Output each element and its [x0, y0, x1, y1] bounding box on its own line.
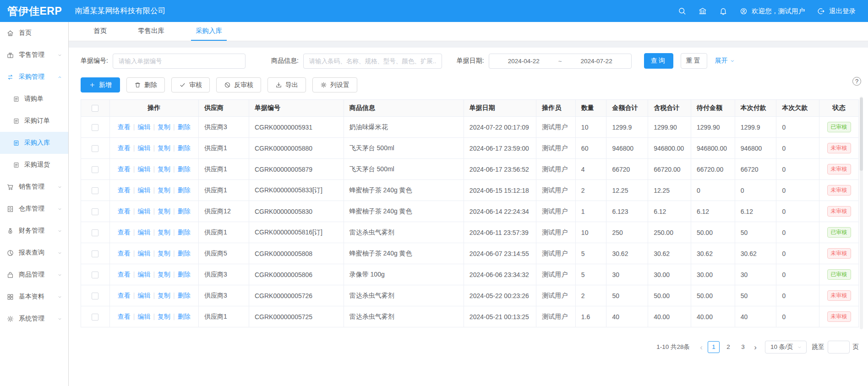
sidebar-item-retail[interactable]: 零售管理: [0, 44, 68, 66]
row-checkbox[interactable]: [92, 314, 98, 321]
sidebar-item-purchase[interactable]: 采购管理: [0, 66, 68, 88]
search-icon[interactable]: [678, 7, 686, 15]
tab-retail-outbound[interactable]: 零售出库: [133, 22, 169, 41]
edit-link[interactable]: 编辑: [137, 250, 150, 257]
tab-purchase-inbound[interactable]: 采购入库: [191, 22, 227, 41]
sidebar-item-warehouse[interactable]: 仓库管理: [0, 198, 68, 220]
page-number-2[interactable]: 2: [722, 341, 734, 353]
sidebar-item-purchase-request[interactable]: 请购单: [0, 88, 68, 110]
copy-link[interactable]: 复制: [158, 165, 170, 173]
expand-toggle[interactable]: 展开: [715, 57, 735, 65]
row-checkbox[interactable]: [92, 229, 98, 236]
view-link[interactable]: 查看: [118, 271, 131, 278]
delete-link[interactable]: 删除: [178, 292, 191, 299]
delete-link[interactable]: 删除: [178, 165, 191, 173]
sidebar-item-system[interactable]: 系统管理: [0, 308, 68, 330]
bell-icon[interactable]: [719, 7, 727, 15]
sidebar-item-finance[interactable]: 财务管理: [0, 220, 68, 242]
view-link[interactable]: 查看: [118, 186, 131, 194]
audit-button[interactable]: 审核: [171, 77, 210, 92]
goods-info-input[interactable]: [303, 54, 442, 69]
page-size-select[interactable]: 10 条/页: [765, 341, 807, 353]
row-checkbox[interactable]: [92, 166, 98, 173]
table-scrollbar[interactable]: [860, 97, 863, 329]
row-checkbox[interactable]: [92, 250, 98, 257]
welcome-user[interactable]: 欢迎您，测试用户: [740, 7, 805, 16]
page-number-3[interactable]: 3: [737, 341, 749, 353]
jump-page-input[interactable]: [828, 341, 850, 353]
copy-link[interactable]: 复制: [158, 292, 170, 299]
link-separator: |: [153, 250, 155, 257]
row-checkbox[interactable]: [92, 145, 98, 152]
delete-button[interactable]: 删除: [126, 77, 165, 92]
sidebar-item-purchase-inbound[interactable]: 采购入库: [0, 132, 68, 154]
row-checkbox[interactable]: [92, 293, 98, 299]
unaudit-button[interactable]: 反审核: [216, 77, 261, 92]
search-button[interactable]: 查询: [644, 53, 673, 69]
page-number-1[interactable]: 1: [708, 341, 720, 353]
scrollbar-thumb[interactable]: [860, 98, 863, 171]
bank-icon[interactable]: [699, 7, 707, 15]
row-checkbox[interactable]: [92, 124, 98, 131]
delete-link[interactable]: 删除: [178, 144, 191, 152]
view-link[interactable]: 查看: [118, 165, 131, 173]
edit-link[interactable]: 编辑: [137, 123, 150, 130]
user-circle-icon: [740, 7, 748, 15]
edit-link[interactable]: 编辑: [137, 292, 150, 299]
edit-link[interactable]: 编辑: [137, 186, 150, 194]
sidebar-item-report[interactable]: 报表查询: [0, 242, 68, 264]
tab-home[interactable]: 首页: [89, 22, 111, 41]
logout-button[interactable]: 退出登录: [817, 7, 856, 16]
view-link[interactable]: 查看: [118, 250, 131, 257]
app-logo[interactable]: 管伊佳ERP: [7, 4, 62, 18]
edit-link[interactable]: 编辑: [137, 144, 150, 152]
copy-link[interactable]: 复制: [158, 123, 170, 130]
prev-page-button[interactable]: ‹: [696, 343, 706, 351]
add-button[interactable]: 新增: [81, 77, 120, 92]
delete-link[interactable]: 删除: [178, 123, 191, 130]
amount-cell: 40: [606, 306, 648, 327]
view-link[interactable]: 查看: [118, 313, 131, 320]
edit-link[interactable]: 编辑: [137, 313, 150, 320]
help-icon[interactable]: ?: [852, 77, 861, 86]
bill-no-input[interactable]: [113, 54, 246, 69]
delete-link[interactable]: 删除: [178, 250, 191, 257]
row-checkbox[interactable]: [92, 208, 98, 215]
delete-link[interactable]: 删除: [178, 186, 191, 194]
sidebar-item-purchase-order[interactable]: 采购订单: [0, 110, 68, 132]
sidebar-item-home[interactable]: 首页: [0, 22, 68, 44]
edit-link[interactable]: 编辑: [137, 228, 150, 236]
delete-link[interactable]: 删除: [178, 207, 191, 215]
row-checkbox[interactable]: [92, 272, 98, 278]
copy-link[interactable]: 复制: [158, 207, 170, 215]
delete-link[interactable]: 删除: [178, 313, 191, 320]
edit-link[interactable]: 编辑: [137, 271, 150, 278]
edit-link[interactable]: 编辑: [137, 207, 150, 215]
copy-link[interactable]: 复制: [158, 144, 170, 152]
date-cell: 2024-06-14 22:24:34: [464, 201, 536, 222]
date-range-picker[interactable]: 2024-04-22 ~ 2024-07-22: [489, 54, 632, 69]
view-link[interactable]: 查看: [118, 228, 131, 236]
copy-link[interactable]: 复制: [158, 250, 170, 257]
edit-link[interactable]: 编辑: [137, 165, 150, 173]
copy-link[interactable]: 复制: [158, 271, 170, 278]
view-link[interactable]: 查看: [118, 144, 131, 152]
export-button[interactable]: 导出: [267, 77, 306, 92]
sidebar-item-basic-data[interactable]: 基本资料: [0, 286, 68, 308]
delete-link[interactable]: 删除: [178, 271, 191, 278]
reset-button[interactable]: 重置: [681, 53, 707, 69]
delete-link[interactable]: 删除: [178, 228, 191, 236]
next-page-button[interactable]: ›: [750, 343, 760, 351]
view-link[interactable]: 查看: [118, 292, 131, 299]
sidebar-item-sales[interactable]: 销售管理: [0, 176, 68, 198]
row-checkbox[interactable]: [92, 187, 98, 194]
copy-link[interactable]: 复制: [158, 313, 170, 320]
select-all-checkbox[interactable]: [92, 105, 98, 112]
copy-link[interactable]: 复制: [158, 186, 170, 194]
view-link[interactable]: 查看: [118, 123, 131, 130]
sidebar-item-purchase-return[interactable]: 采购退货: [0, 154, 68, 176]
sidebar-item-goods[interactable]: 商品管理: [0, 264, 68, 286]
view-link[interactable]: 查看: [118, 207, 131, 215]
copy-link[interactable]: 复制: [158, 228, 170, 236]
column-settings-button[interactable]: 列设置: [312, 77, 357, 92]
